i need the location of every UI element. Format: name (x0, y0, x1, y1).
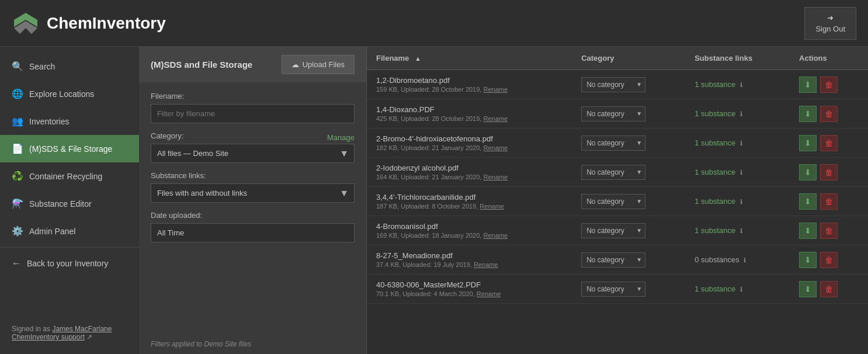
cell-actions-7: ⬇ 🗑 (790, 275, 868, 304)
category-select-row[interactable]: No category (581, 106, 645, 122)
category-select[interactable]: All files — Demo Site (151, 144, 355, 163)
category-select-row[interactable]: No category (581, 77, 645, 92)
file-meta: 187 KB, Uploaded: 8 October 2019, Rename (376, 203, 563, 210)
sidebar-item-admin-panel[interactable]: ⚙️ Admin Panel (0, 217, 139, 245)
category-select-row[interactable]: No category (581, 223, 645, 238)
delete-button[interactable]: 🗑 (820, 193, 838, 210)
substance-link[interactable]: 0 substances (695, 255, 739, 264)
download-button[interactable]: ⬇ (799, 77, 817, 93)
sidebar-item-msds[interactable]: 📄 (M)SDS & File Storage (0, 135, 139, 162)
delete-button[interactable]: 🗑 (820, 223, 838, 239)
substance-link[interactable]: 1 substance (695, 197, 735, 206)
rename-link[interactable]: Rename (483, 144, 508, 151)
download-button[interactable]: ⬇ (799, 193, 817, 210)
rename-link[interactable]: Rename (483, 173, 508, 181)
sidebar-item-inventories[interactable]: 👥 Inventories (0, 107, 139, 135)
col-filename[interactable]: Filename ▲ (367, 47, 572, 70)
download-button[interactable]: ⬇ (799, 281, 817, 297)
sort-icon-filename: ▲ (415, 55, 421, 62)
substance-link[interactable]: 1 substance (695, 284, 735, 293)
info-icon[interactable]: ℹ (740, 110, 742, 117)
category-cell: No category ▼ (581, 106, 645, 122)
date-uploaded-label: Date uploaded: (151, 211, 355, 220)
cell-substance-links-7: 1 substance ℹ (685, 275, 790, 304)
info-icon[interactable]: ℹ (744, 256, 746, 263)
filename-text: 2-Bromo-4'-hidroxiacetofenona.pdf (376, 134, 563, 143)
rename-link[interactable]: Rename (483, 232, 508, 239)
category-select-row[interactable]: No category (581, 194, 645, 209)
filename-text: 3,4,4'-Trichlorocarbanilide.pdf (376, 193, 563, 202)
substance-links-select-wrapper: Files with and without links ▼ (151, 183, 355, 203)
sidebar-item-back-to-inventory[interactable]: ← Back to your Inventory (0, 250, 139, 277)
sign-out-button[interactable]: ➜ Sign Out (804, 7, 856, 40)
delete-button[interactable]: 🗑 (820, 106, 838, 122)
category-select-row[interactable]: No category (581, 165, 645, 180)
category-select-row[interactable]: No category (581, 136, 645, 151)
category-cell: No category ▼ (581, 77, 645, 92)
gear-icon: ⚙️ (12, 225, 23, 237)
delete-button[interactable]: 🗑 (820, 135, 838, 151)
download-button[interactable]: ⬇ (799, 106, 817, 122)
info-icon[interactable]: ℹ (740, 198, 742, 205)
action-buttons: ⬇ 🗑 (799, 252, 859, 268)
table-row: 8-27-5_Menadione.pdf 37.4 KB, Uploaded: … (367, 245, 868, 275)
rename-link[interactable]: Rename (483, 86, 508, 93)
delete-button[interactable]: 🗑 (820, 164, 838, 181)
download-button[interactable]: ⬇ (799, 164, 817, 181)
sidebar-item-search[interactable]: 🔍 Search (0, 53, 139, 80)
manage-categories-link[interactable]: Manage (327, 133, 355, 142)
info-icon[interactable]: ℹ (740, 286, 742, 293)
category-label: Category: (151, 131, 183, 140)
download-button[interactable]: ⬇ (799, 252, 817, 268)
category-select-row[interactable]: No category (581, 282, 645, 297)
upload-files-button[interactable]: ☁ Upload Files (282, 55, 355, 74)
action-buttons: ⬇ 🗑 (799, 281, 859, 297)
globe-icon: 🌐 (12, 88, 23, 99)
logo-area: ChemInventory (12, 12, 166, 35)
filename-input[interactable] (151, 104, 355, 123)
rename-link[interactable]: Rename (474, 261, 498, 268)
info-icon[interactable]: ℹ (740, 169, 742, 176)
cell-category-2: No category ▼ (572, 129, 685, 158)
date-uploaded-filter-group: Date uploaded: (151, 211, 355, 242)
cell-actions-6: ⬇ 🗑 (790, 245, 868, 275)
substance-links-select[interactable]: Files with and without links (151, 183, 355, 203)
date-uploaded-input[interactable] (151, 223, 355, 242)
delete-button[interactable]: 🗑 (820, 77, 838, 93)
rename-link[interactable]: Rename (483, 115, 508, 122)
cell-filename-2: 2-Bromo-4'-hidroxiacetofenona.pdf 182 KB… (367, 129, 572, 158)
substance-link[interactable]: 1 substance (695, 109, 735, 118)
recycle-icon: ♻️ (12, 171, 23, 182)
info-icon[interactable]: ℹ (740, 81, 742, 88)
delete-button[interactable]: 🗑 (820, 252, 838, 268)
substance-link[interactable]: 1 substance (695, 138, 735, 147)
cell-category-5: No category ▼ (572, 216, 685, 245)
sidebar-item-explore-locations[interactable]: 🌐 Explore Locations (0, 80, 139, 107)
info-icon[interactable]: ℹ (740, 227, 742, 234)
category-select-row[interactable]: No category (581, 252, 645, 268)
action-buttons: ⬇ 🗑 (799, 77, 859, 93)
substance-link[interactable]: 1 substance (695, 168, 735, 176)
table-row: 40-6380-006_MasterMet2.PDF 70.1 KB, Uplo… (367, 275, 868, 304)
table-row: 1,2-Dibromoetano.pdf 159 KB, Uploaded: 2… (367, 70, 868, 99)
user-name-link[interactable]: James MacFarlane (52, 325, 112, 333)
cell-category-7: No category ▼ (572, 275, 685, 304)
rename-link[interactable]: Rename (480, 203, 504, 210)
filter-panel: (M)SDS and File Storage ☁ Upload Files F… (139, 47, 367, 354)
info-icon[interactable]: ℹ (740, 140, 742, 147)
rename-link[interactable]: Rename (477, 290, 501, 297)
table-row: 3,4,4'-Trichlorocarbanilide.pdf 187 KB, … (367, 187, 868, 216)
delete-button[interactable]: 🗑 (820, 281, 838, 297)
download-button[interactable]: ⬇ (799, 135, 817, 151)
search-icon: 🔍 (12, 61, 23, 72)
substance-link[interactable]: 1 substance (695, 80, 735, 89)
table-header: Filename ▲ Category Substance links Acti… (367, 47, 868, 70)
download-button[interactable]: ⬇ (799, 223, 817, 239)
file-meta: 164 KB, Uploaded: 21 January 2020, Renam… (376, 173, 563, 181)
sidebar-item-substance-editor[interactable]: ⚗️ Substance Editor (0, 190, 139, 217)
substance-link[interactable]: 1 substance (695, 226, 735, 235)
action-buttons: ⬇ 🗑 (799, 223, 859, 239)
support-link[interactable]: ChemInventory support (12, 333, 85, 341)
cell-category-3: No category ▼ (572, 158, 685, 187)
sidebar-item-container-recycling[interactable]: ♻️ Container Recycling (0, 162, 139, 190)
